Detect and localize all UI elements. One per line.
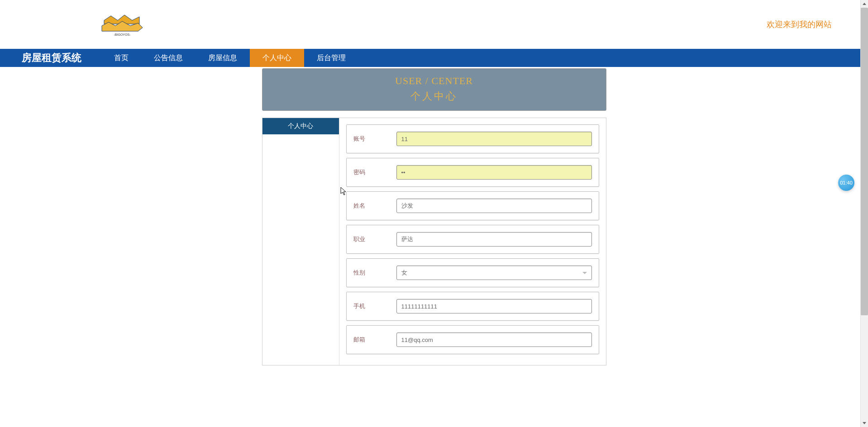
label-gender: 性别	[353, 269, 396, 277]
page-banner: USER / CENTER 个人中心	[262, 68, 606, 111]
input-phone[interactable]	[396, 299, 592, 313]
banner-title-en: USER / CENTER	[262, 75, 606, 87]
nav-home[interactable]: 首页	[101, 49, 141, 67]
navbar: 房屋租赁系统 首页 公告信息 房屋信息 个人中心 后台管理	[0, 49, 868, 67]
form-row-email: 邮箱	[346, 325, 599, 354]
nav-user-center[interactable]: 个人中心	[250, 49, 304, 67]
chevron-down-icon	[582, 272, 587, 274]
form-row-phone: 手机	[346, 292, 599, 321]
content: 个人中心 账号 密码 姓名 职业 性别 女 手机	[262, 118, 606, 365]
banner-title-cn: 个人中心	[262, 90, 606, 103]
input-password[interactable]	[396, 165, 592, 180]
input-occupation[interactable]	[396, 232, 592, 247]
label-phone: 手机	[353, 302, 396, 310]
svg-text:-BIGOYOS-: -BIGOYOS-	[114, 33, 131, 36]
nav-admin[interactable]: 后台管理	[304, 49, 358, 67]
form-area: 账号 密码 姓名 职业 性别 女 手机 邮箱	[339, 118, 606, 365]
label-name: 姓名	[353, 202, 396, 210]
logo[interactable]: -BIGOYOS-	[100, 12, 145, 37]
input-name[interactable]	[396, 199, 592, 213]
nav-announcements[interactable]: 公告信息	[141, 49, 196, 67]
header: -BIGOYOS- 欢迎来到我的网站	[0, 0, 868, 49]
form-row-gender: 性别 女	[346, 258, 599, 287]
label-account: 账号	[353, 135, 396, 143]
label-email: 邮箱	[353, 336, 396, 344]
form-row-name: 姓名	[346, 191, 599, 220]
nav-brand: 房屋租赁系统	[22, 49, 92, 67]
label-password: 密码	[353, 168, 396, 176]
form-row-account: 账号	[346, 124, 599, 153]
sidebar: 个人中心	[262, 118, 339, 365]
label-occupation: 职业	[353, 235, 396, 243]
scroll-up-arrow[interactable]	[861, 0, 868, 8]
welcome-text: 欢迎来到我的网站	[767, 19, 832, 30]
form-row-password: 密码	[346, 158, 599, 187]
select-gender[interactable]: 女	[396, 266, 592, 280]
timer-badge[interactable]: 01:40	[838, 175, 854, 191]
select-gender-value: 女	[401, 269, 407, 277]
input-account[interactable]	[396, 132, 592, 146]
form-row-occupation: 职业	[346, 225, 599, 254]
input-email[interactable]	[396, 332, 592, 347]
nav-houses[interactable]: 房屋信息	[196, 49, 250, 67]
scroll-thumb[interactable]	[861, 8, 868, 315]
sidebar-item-user-center[interactable]: 个人中心	[262, 118, 339, 134]
scrollbar[interactable]	[860, 0, 868, 365]
